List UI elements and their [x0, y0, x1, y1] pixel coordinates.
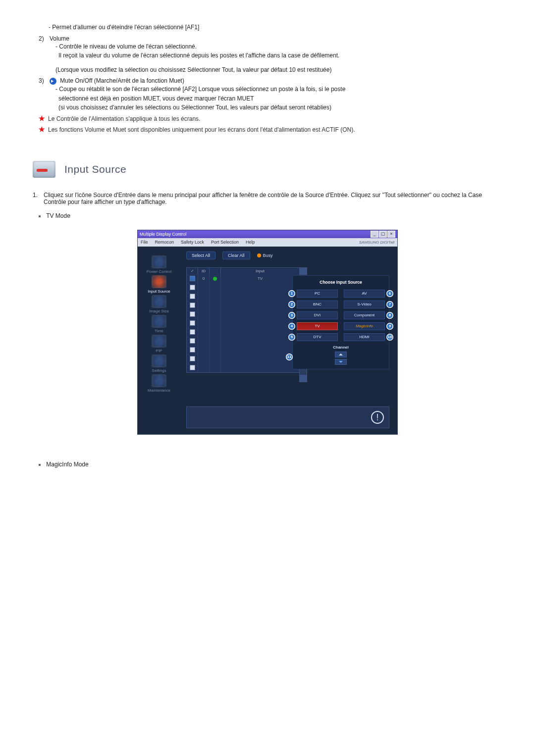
sidebar-item-time[interactable]: Time	[141, 315, 177, 333]
menu-help[interactable]: Help	[246, 240, 255, 245]
choose-input-source-panel: Choose Input Source PC1AV6BNC2S-Video7DV…	[292, 275, 389, 369]
source-magicinfo-button[interactable]: MagicInfo9	[344, 322, 385, 330]
grid-cell-input: TV	[221, 274, 300, 283]
grid-row[interactable]	[187, 328, 300, 337]
bullet-icon	[39, 215, 41, 217]
source-tv-button[interactable]: TV4	[297, 322, 338, 330]
source-pc-button[interactable]: PC1	[297, 290, 338, 298]
clear-all-button[interactable]: Clear All	[222, 252, 250, 259]
checkbox[interactable]	[190, 311, 195, 317]
channel-down-button[interactable]	[335, 359, 347, 365]
grid-header-led	[210, 268, 221, 274]
display-grid: ✓ ID Input 0 TV	[186, 267, 300, 373]
mode-tv: TV Mode	[39, 212, 502, 219]
app-window: Multiple Display Control _ ▢ × File Remo…	[138, 230, 397, 434]
grid-header-check: ✓	[187, 268, 198, 274]
checkbox[interactable]	[190, 285, 195, 290]
checkbox[interactable]	[190, 329, 195, 335]
checkbox[interactable]	[190, 320, 195, 326]
grid-row[interactable]	[187, 363, 300, 372]
callout-badge: 9	[386, 323, 393, 330]
menu-port-selection[interactable]: Port Selection	[211, 240, 239, 245]
busy-led-icon	[257, 253, 261, 257]
channel-up-button[interactable]	[335, 352, 347, 357]
titlebar: Multiple Display Control _ ▢ ×	[138, 230, 397, 238]
instruction1-text: Cliquez sur l'icône Source d'Entrée dans…	[44, 192, 502, 205]
channel-block: Channel 11	[297, 345, 385, 365]
power-bullet: - Permet d'allumer ou d'éteindre l'écran…	[49, 23, 502, 32]
source-av-button[interactable]: AV6	[344, 290, 385, 298]
sidebar-item-image-size[interactable]: Image Size	[141, 295, 177, 313]
source-bnc-button[interactable]: BNC2	[297, 301, 338, 308]
status-bar: !	[186, 406, 389, 428]
callout-badge: 10	[386, 334, 393, 341]
menubar: File Remocon Safety Lock Port Selection …	[138, 238, 397, 247]
checkbox[interactable]	[190, 347, 195, 353]
note2-text: Les fonctions Volume et Muet sont dispon…	[48, 125, 502, 134]
callout-badge: 3	[288, 312, 295, 319]
source-s-video-button[interactable]: S-Video7	[344, 301, 385, 308]
busy-label: Busy	[263, 253, 273, 258]
source-dvi-button[interactable]: DVI3	[297, 311, 338, 319]
grid-row[interactable]	[187, 346, 300, 354]
grid-row[interactable]	[187, 319, 300, 328]
scroll-down-button[interactable]	[300, 375, 307, 382]
item-number: 3)	[39, 77, 50, 112]
grid-row[interactable]	[187, 292, 300, 301]
checkbox[interactable]	[190, 365, 195, 370]
info-icon: !	[371, 411, 384, 424]
channel-title: Channel	[297, 345, 385, 350]
source-hdmi-button[interactable]: HDMI10	[344, 333, 385, 341]
mute-line1c: (si vous choisissez d'annuler les sélect…	[58, 103, 502, 112]
callout-badge: 1	[288, 290, 295, 297]
settings-icon	[152, 354, 166, 367]
window-controls: _ ▢ ×	[370, 231, 395, 238]
grid-row[interactable]	[187, 283, 300, 292]
maximize-button[interactable]: ▢	[379, 231, 387, 238]
grid-row[interactable]: 0 TV	[187, 274, 300, 283]
checkbox-checked[interactable]	[190, 276, 195, 281]
power-icon	[152, 255, 166, 268]
item-number: 1.	[33, 192, 44, 205]
pip-icon	[152, 335, 166, 348]
item-volume: 2) Volume - Contrôle le niveau de volume…	[39, 35, 502, 75]
sidebar-item-input-source[interactable]: Input Source	[141, 275, 177, 294]
grid-cell-id: 0	[198, 274, 210, 283]
minimize-button[interactable]: _	[371, 231, 378, 238]
volume-line3: (Lorsque vous modifiez la sélection ou c…	[55, 65, 502, 75]
checkbox[interactable]	[190, 338, 195, 344]
time-icon	[152, 315, 166, 328]
bullet-icon	[39, 464, 41, 466]
menu-remocon[interactable]: Remocon	[155, 240, 174, 245]
grid-row[interactable]	[187, 337, 300, 346]
callout-badge: 7	[386, 301, 393, 308]
section-header: Input Source	[33, 161, 502, 178]
sidebar-item-settings[interactable]: Settings	[141, 354, 177, 373]
select-all-button[interactable]: Select All	[186, 252, 215, 259]
close-button[interactable]: ×	[387, 231, 395, 238]
volume-label: Volume	[50, 35, 502, 42]
checkbox[interactable]	[190, 356, 195, 361]
source-component-button[interactable]: Component8	[344, 311, 385, 319]
mute-line1b: sélectionné est déjà en position MUET, v…	[58, 94, 502, 103]
checkbox[interactable]	[190, 302, 195, 308]
menu-safety-lock[interactable]: Safety Lock	[181, 240, 204, 245]
callout-badge: 5	[288, 334, 295, 341]
sidebar-item-maintenance[interactable]: Maintenance	[141, 374, 177, 393]
note-2: ★ Les fonctions Volume et Muet sont disp…	[39, 125, 502, 134]
mode-magicinfo-label: MagicInfo Mode	[46, 461, 88, 468]
source-dtv-button[interactable]: DTV5	[297, 333, 338, 341]
checkbox[interactable]	[190, 294, 195, 299]
brand: SAMSUNG DIGITall	[359, 240, 394, 245]
grid-row[interactable]	[187, 310, 300, 319]
grid-row[interactable]	[187, 354, 300, 363]
app-title: Multiple Display Control	[140, 232, 187, 237]
panel-title: Choose Input Source	[297, 280, 385, 285]
sidebar-item-pip[interactable]: PIP	[141, 335, 177, 353]
sidebar-item-power-control[interactable]: Power Control	[141, 255, 177, 274]
item-number: 2)	[39, 35, 50, 75]
menu-file[interactable]: File	[141, 240, 148, 245]
grid-row[interactable]	[187, 301, 300, 310]
scroll-up-button[interactable]	[300, 268, 307, 275]
callout-badge: 8	[386, 312, 393, 319]
